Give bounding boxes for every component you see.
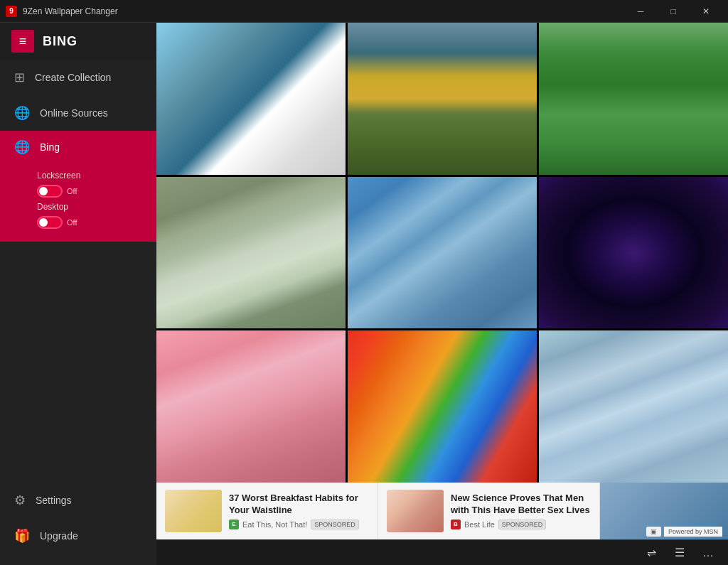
titlebar-controls: ─ □ ✕ xyxy=(624,0,722,23)
wallpaper-forest[interactable] xyxy=(539,23,728,175)
wallpaper-waterfall[interactable] xyxy=(156,177,346,329)
desktop-state: Off xyxy=(67,218,77,227)
msn-badge: ▣ Powered by MSN xyxy=(641,524,728,539)
ad-source-1: E Eat This, Not That! SPONSORED xyxy=(229,520,369,529)
bing-globe-icon: 🌐 xyxy=(14,139,30,155)
maximize-button[interactable]: □ xyxy=(657,0,690,23)
lockscreen-toggle-container: Off xyxy=(37,185,77,198)
upgrade-label: Upgrade xyxy=(40,530,78,542)
ad1-source-icon: E xyxy=(229,520,239,529)
wallpaper-night-sky[interactable] xyxy=(539,177,728,329)
ad-source-2: B Best Life SPONSORED xyxy=(451,520,591,529)
online-sources-label: Online Sources xyxy=(40,107,108,119)
lockscreen-state: Off xyxy=(67,187,77,195)
desktop-toggle-row: Off xyxy=(37,216,142,229)
ad-thumb-2 xyxy=(387,490,444,532)
app-icon: 9 xyxy=(6,6,17,17)
ad-item-2[interactable]: New Science Proves That Men with This Ha… xyxy=(378,483,600,539)
status-icon-2[interactable]: ☰ xyxy=(668,543,691,563)
lockscreen-toggle-row: Off xyxy=(37,185,142,198)
sidebar-header: ≡ BING xyxy=(0,23,156,60)
sidebar: ≡ BING ⊞ Create Collection 🌐 Online Sour… xyxy=(0,23,156,565)
status-bar: ⇌ ☰ … xyxy=(156,539,728,565)
content-area: 37 Worst Breakfast Habits for Your Waist… xyxy=(156,23,728,565)
ad-item-3[interactable]: ▣ Powered by MSN xyxy=(600,483,728,539)
titlebar: 9 9Zen Wallpaper Changer ─ □ ✕ xyxy=(0,0,728,23)
status-icon-3[interactable]: … xyxy=(697,543,719,563)
bing-label: Bing xyxy=(40,141,60,153)
ad2-sponsored: SPONSORED xyxy=(498,520,547,529)
settings-label: Settings xyxy=(36,495,72,506)
close-button[interactable]: ✕ xyxy=(690,0,722,23)
main-layout: ≡ BING ⊞ Create Collection 🌐 Online Sour… xyxy=(0,23,728,565)
settings-icon: ⚙ xyxy=(14,493,26,508)
wallpaper-cherry[interactable] xyxy=(156,330,346,483)
sidebar-item-upgrade[interactable]: 🎁 Upgrade xyxy=(0,518,156,554)
wallpaper-pelican[interactable] xyxy=(156,23,346,175)
ad-thumb-1 xyxy=(165,490,222,532)
wallpaper-ice[interactable] xyxy=(539,330,728,483)
wallpaper-river[interactable] xyxy=(348,23,537,175)
collection-icon: ⊞ xyxy=(14,70,25,85)
app-title: 9Zen Wallpaper Changer xyxy=(23,6,118,16)
sidebar-brand: BING xyxy=(43,34,77,49)
bing-item-header: 🌐 Bing xyxy=(14,139,142,155)
sidebar-item-bing[interactable]: 🌐 Bing Lockscreen Off Desktop xyxy=(0,131,156,242)
hamburger-icon[interactable]: ≡ xyxy=(11,30,34,53)
ad2-source-name: Best Life xyxy=(464,520,495,529)
msn-powered-by: Powered by MSN xyxy=(664,527,722,537)
sidebar-bottom: ⚙ Settings 🎁 Upgrade xyxy=(0,483,156,565)
ad1-source-name: Eat This, Not That! xyxy=(242,520,307,529)
globe-icon: 🌐 xyxy=(14,105,30,121)
lockscreen-control-row: Lockscreen xyxy=(37,171,142,181)
ad2-source-icon: B xyxy=(451,520,461,529)
lockscreen-toggle[interactable] xyxy=(37,185,63,198)
ad-title-1: 37 Worst Breakfast Habits for Your Waist… xyxy=(229,493,369,517)
create-collection-label: Create Collection xyxy=(35,72,111,83)
ad-title-2: New Science Proves That Men with This Ha… xyxy=(451,493,591,517)
bing-controls: Lockscreen Off Desktop Of xyxy=(14,171,142,233)
lockscreen-label: Lockscreen xyxy=(37,171,80,181)
desktop-toggle[interactable] xyxy=(37,216,63,229)
status-icon-1[interactable]: ⇌ xyxy=(640,543,663,563)
sidebar-item-online-sources[interactable]: 🌐 Online Sources xyxy=(0,95,156,131)
ad-content-2: New Science Proves That Men with This Ha… xyxy=(451,493,591,529)
wallpaper-glacier-blue[interactable] xyxy=(348,177,537,329)
desktop-label: Desktop xyxy=(37,202,68,212)
minimize-button[interactable]: ─ xyxy=(624,0,657,23)
wallpaper-feathers[interactable] xyxy=(348,330,537,483)
desktop-control-row: Desktop xyxy=(37,202,142,212)
ad1-sponsored: SPONSORED xyxy=(311,520,359,529)
ad-item-1[interactable]: 37 Worst Breakfast Habits for Your Waist… xyxy=(156,483,378,539)
desktop-toggle-container: Off xyxy=(37,216,77,229)
ad-banner: 37 Worst Breakfast Habits for Your Waist… xyxy=(156,483,728,539)
sidebar-item-create-collection[interactable]: ⊞ Create Collection xyxy=(0,60,156,95)
wallpaper-grid xyxy=(156,23,728,483)
sidebar-nav: ⊞ Create Collection 🌐 Online Sources 🌐 B… xyxy=(0,60,156,565)
sidebar-spacer xyxy=(0,242,156,483)
titlebar-left: 9 9Zen Wallpaper Changer xyxy=(6,6,118,17)
upgrade-icon: 🎁 xyxy=(14,528,30,544)
sidebar-item-settings[interactable]: ⚙ Settings xyxy=(0,483,156,518)
ad-content-1: 37 Worst Breakfast Habits for Your Waist… xyxy=(229,493,369,529)
